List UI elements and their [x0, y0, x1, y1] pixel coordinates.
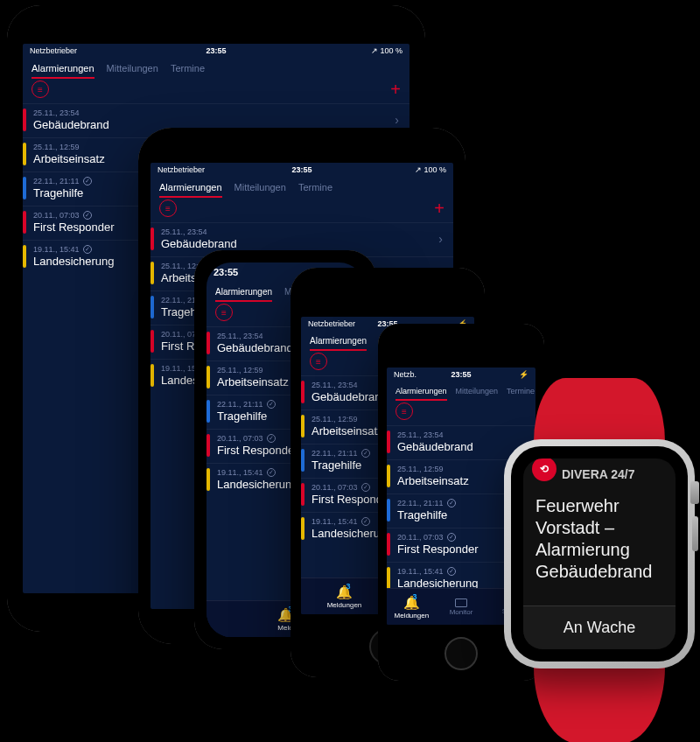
ack-check-icon: ✓	[447, 499, 456, 508]
status-bar: Netzb. 23:55 ⚡	[387, 368, 536, 382]
ack-check-icon: ✓	[447, 533, 456, 542]
ack-check-icon: ✓	[447, 567, 456, 576]
add-icon[interactable]: +	[390, 80, 401, 98]
nav-label: Meldungen	[327, 601, 362, 609]
category-stripe	[206, 468, 210, 491]
badge-count: 3	[346, 582, 350, 591]
ack-check-icon: ✓	[361, 517, 370, 526]
status-bar: Netzbetrieber 23:55 ↗ 100 %	[150, 163, 453, 177]
top-tabs: Alarmierungen Mitteilungen Termine	[23, 58, 410, 74]
statusbar-time: 23:55	[214, 267, 238, 277]
ack-check-icon: ✓	[267, 400, 276, 409]
category-stripe	[23, 143, 26, 165]
statusbar-time: 23:55	[387, 370, 536, 379]
statusbar-time: 23:55	[23, 46, 410, 55]
bell-icon: 🔔	[403, 595, 420, 611]
category-stripe	[387, 567, 390, 590]
category-stripe	[301, 415, 304, 438]
filter-icon[interactable]: ≡	[32, 80, 49, 98]
nav-label: Meldungen	[395, 612, 430, 620]
watch-action-button[interactable]: An Wache	[523, 606, 676, 649]
watch-side-button[interactable]	[692, 516, 698, 551]
add-icon[interactable]: +	[434, 200, 444, 217]
tab-termine[interactable]: Termine	[298, 182, 332, 192]
category-stripe	[206, 400, 210, 423]
category-stripe	[150, 364, 154, 387]
category-stripe	[23, 245, 26, 268]
alert-timestamp: 25.11., 23:54	[33, 108, 391, 117]
nav-monitor[interactable]: Monitor	[437, 589, 486, 625]
category-stripe	[150, 262, 154, 284]
app-logo-icon: ⟲	[532, 458, 556, 481]
filter-icon[interactable]: ≡	[310, 353, 327, 370]
tab-mitteilungen[interactable]: Mitteilungen	[456, 387, 499, 396]
watch-notification-body: Feuerwehr Vorstadt – Alarmierung Gebäude…	[523, 492, 676, 606]
category-stripe	[387, 430, 390, 453]
category-stripe	[23, 108, 26, 131]
category-stripe	[150, 296, 154, 318]
ack-check-icon: ✓	[361, 449, 370, 458]
category-stripe	[150, 228, 154, 250]
alert-title: Gebäudebrand	[161, 237, 435, 250]
filter-icon[interactable]: ≡	[215, 304, 233, 321]
tab-mitteilungen[interactable]: Mitteilungen	[107, 63, 158, 74]
category-stripe	[301, 517, 304, 540]
category-stripe	[301, 483, 304, 506]
tab-alarmierungen[interactable]: Alarmierungen	[32, 63, 94, 74]
ack-check-icon: ✓	[83, 245, 92, 254]
watch-header: ⟲ DIVERA 24/7	[523, 458, 676, 492]
category-stripe	[387, 465, 390, 487]
statusbar-time: 23:55	[150, 165, 453, 174]
category-stripe	[301, 381, 304, 403]
ack-check-icon: ✓	[267, 468, 276, 477]
filter-icon[interactable]: ≡	[396, 402, 413, 420]
tab-alarmierungen[interactable]: Alarmierungen	[396, 387, 447, 396]
tab-alarmierungen[interactable]: Alarmierungen	[159, 182, 222, 192]
category-stripe	[206, 366, 210, 388]
category-stripe	[301, 449, 304, 472]
digital-crown[interactable]	[690, 481, 699, 504]
nav-meldungen[interactable]: 🔔 3 Meldungen	[301, 578, 388, 614]
ack-check-icon: ✓	[83, 177, 92, 186]
category-stripe	[206, 434, 210, 457]
ack-check-icon: ✓	[267, 434, 276, 443]
category-stripe	[23, 177, 26, 200]
category-stripe	[206, 332, 210, 354]
nav-label: Monitor	[450, 608, 473, 616]
chevron-right-icon: ›	[435, 232, 446, 246]
tab-termine[interactable]: Termine	[507, 387, 535, 396]
home-button[interactable]	[444, 637, 478, 670]
tab-alarmierungen[interactable]: Alarmierungen	[310, 336, 367, 346]
alert-title: Gebäudebrand	[397, 440, 528, 453]
ack-check-icon: ✓	[361, 483, 370, 492]
nav-meldungen[interactable]: 🔔 3 Meldungen	[387, 589, 437, 625]
tab-alarmierungen[interactable]: Alarmierungen	[215, 287, 272, 297]
alert-timestamp: 25.11., 23:54	[161, 228, 435, 236]
watch-app-name: DIVERA 24/7	[562, 467, 635, 481]
category-stripe	[150, 330, 154, 353]
tab-termine[interactable]: Termine	[171, 63, 205, 74]
filter-icon[interactable]: ≡	[159, 200, 177, 217]
alert-timestamp: 25.11., 23:54	[397, 430, 528, 439]
category-stripe	[387, 533, 390, 556]
watch-screen: ⟲ DIVERA 24/7 Feuerwehr Vorstadt – Alarm…	[523, 458, 676, 649]
monitor-icon	[455, 598, 467, 607]
device-apple-watch: ⟲ DIVERA 24/7 Feuerwehr Vorstadt – Alarm…	[504, 439, 695, 668]
category-stripe	[23, 211, 26, 234]
tab-mitteilungen[interactable]: Mitteilungen	[234, 182, 286, 192]
chevron-right-icon: ›	[391, 113, 402, 127]
ack-check-icon: ✓	[83, 211, 92, 220]
badge-count: 3	[412, 592, 416, 601]
category-stripe	[387, 499, 390, 522]
status-bar: Netzbetrieber 23:55 ↗ 100 %	[23, 44, 410, 58]
